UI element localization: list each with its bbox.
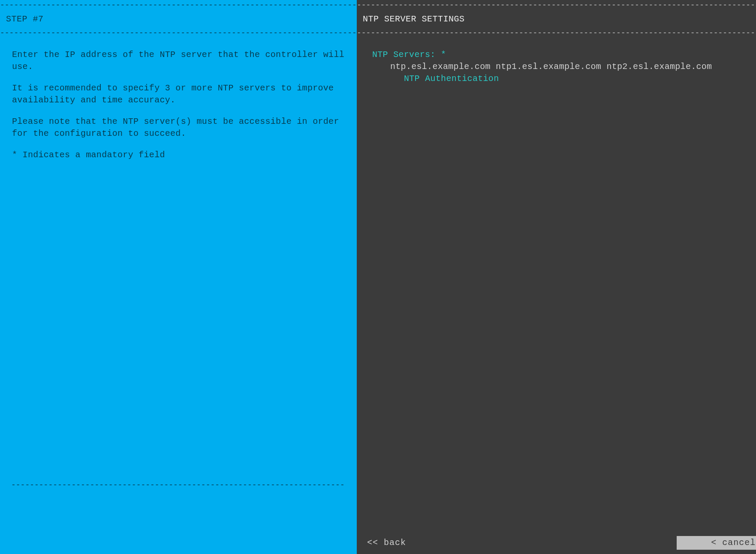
cancel-button[interactable]: < cancel > <box>677 536 756 550</box>
ntp-authentication-link[interactable]: NTP Authentication <box>372 73 756 85</box>
left-panel: ----------------------------------------… <box>0 0 357 554</box>
para-2: It is recommended to specify 3 or more N… <box>12 82 345 106</box>
dash-under-title-left: ----------------------------------------… <box>0 28 357 39</box>
step-title: STEP #7 <box>0 11 357 28</box>
dash-under-title-right: ----------------------------------------… <box>357 28 756 39</box>
nav-bar: << back < cancel > next >> <box>357 535 756 551</box>
ntp-servers-label: NTP Servers: * <box>372 50 446 60</box>
dash-bottom-left: ----------------------------------------… <box>11 480 346 491</box>
right-title: NTP SERVER SETTINGS <box>357 11 756 28</box>
para-3: Please note that the NTP server(s) must … <box>12 116 345 140</box>
dash-top-left: ----------------------------------------… <box>0 0 357 11</box>
dash-top-right: ----------------------------------------… <box>357 0 756 11</box>
back-button[interactable]: << back <box>367 537 406 549</box>
right-body: NTP Servers: * ntp.esl.example.com ntp1.… <box>357 39 756 85</box>
ntp-servers-value[interactable]: ntp.esl.example.com ntp1.esl.example.com… <box>372 61 756 73</box>
right-panel: ----------------------------------------… <box>357 0 756 554</box>
para-1: Enter the IP address of the NTP server t… <box>12 49 345 73</box>
para-4: * Indicates a mandatory field <box>12 149 345 161</box>
left-body: Enter the IP address of the NTP server t… <box>0 39 357 171</box>
